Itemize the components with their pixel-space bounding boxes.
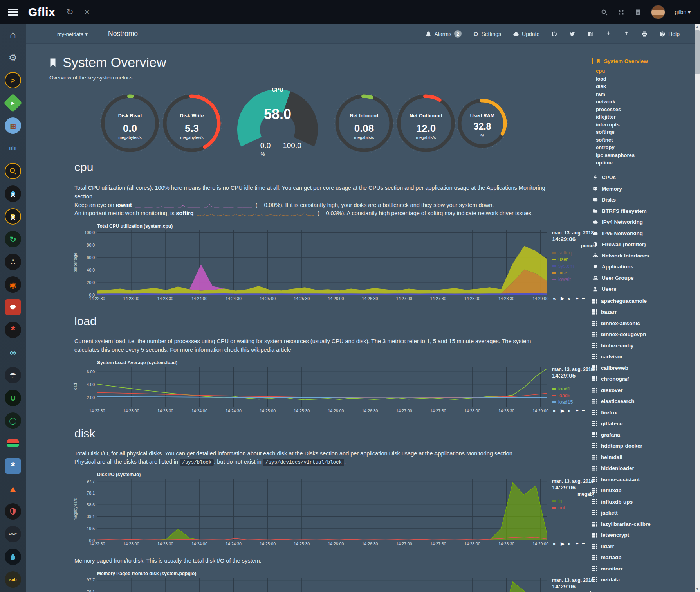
sidebar-category-user-groups[interactable]: User Groups <box>592 272 695 284</box>
chart-plot-area[interactable] <box>97 479 547 540</box>
blue-drop-tab[interactable] <box>5 549 21 565</box>
skip-back-button[interactable]: « <box>553 541 556 547</box>
sidebar-category-ipv4-networking[interactable]: IPv4 Networking <box>592 217 695 228</box>
chart-plot-area[interactable] <box>97 367 547 407</box>
sidebar-category-cpus[interactable]: CPUs <box>592 172 695 184</box>
chart-plot-area[interactable] <box>97 578 547 592</box>
red-flower-tab[interactable]: * <box>5 322 21 338</box>
print-icon[interactable] <box>641 31 648 37</box>
skip-back-button[interactable]: « <box>553 295 556 301</box>
update-button[interactable]: Update <box>513 31 539 37</box>
sidebar-app-cadvisor[interactable]: cadvisor <box>592 351 695 363</box>
legend-series-load15[interactable]: load152.06 <box>552 399 594 406</box>
sidebar-category-firewall-netfilter-[interactable]: Firewall (netfilter) <box>592 239 695 250</box>
pills-tab[interactable] <box>5 435 21 452</box>
help-button[interactable]: Help <box>659 31 680 37</box>
sidebar-item-ipc-semaphores[interactable]: ipc semaphores <box>596 151 695 159</box>
sidebar-app-elasticsearch[interactable]: elasticsearch <box>592 396 695 407</box>
sidebar-item-uptime[interactable]: uptime <box>596 159 695 167</box>
legend-series-system[interactable]: system2.3 <box>552 263 594 269</box>
nextcloud-tab[interactable]: ∞ <box>5 344 21 361</box>
disk-chart[interactable]: Disk I/O (system.io)megabytes/s97.778.15… <box>74 472 594 548</box>
play-button[interactable]: ▶ <box>561 541 565 547</box>
sabnzbd-tab[interactable]: sab <box>5 571 21 588</box>
changelog-icon[interactable] <box>634 9 642 16</box>
legend-series-out[interactable]: out-5.3 <box>552 504 594 511</box>
legend-series-load5[interactable]: load52.68 <box>552 392 594 399</box>
airsonic-tab[interactable]: ıılıı <box>5 140 21 157</box>
sidebar-category-applications[interactable]: Applications <box>592 261 695 273</box>
green-ring-tab[interactable]: ◯ <box>5 412 21 429</box>
sidebar-item-cpu[interactable]: cpu <box>596 67 695 75</box>
sidebar-category-ipv6-networking[interactable]: IPv6 Networking <box>592 228 695 239</box>
node-graph-tab[interactable]: ∴ <box>5 254 21 270</box>
sidebar-item-disk[interactable]: disk <box>596 83 695 90</box>
plex-tab[interactable]: > <box>5 72 21 88</box>
sidebar-item-ram[interactable]: ram <box>596 90 695 98</box>
sidebar-item-softnet[interactable]: softnet <box>596 136 695 144</box>
sidebar-app-letsencrypt[interactable]: letsencrypt <box>592 530 695 541</box>
cpu-chart[interactable]: Total CPU utilization (system.cpu)percen… <box>74 223 594 303</box>
zoom-out-button[interactable]: − <box>582 408 585 414</box>
sidebar-app-mariadb[interactable]: mariadb <box>592 552 695 563</box>
netdata-tab-active[interactable] <box>5 299 21 315</box>
sidebar-item-softirqs[interactable]: softirqs <box>596 128 695 136</box>
sidebar-app-monitorr[interactable]: monitorr <box>592 563 695 574</box>
sidebar-app-lidarr[interactable]: lidarr <box>592 541 695 552</box>
sidebar-app-binhex-emby[interactable]: binhex-emby <box>592 340 695 351</box>
sidebar-app-calibreweb[interactable]: calibreweb <box>592 362 695 374</box>
github-icon[interactable] <box>551 31 557 37</box>
sidebar-app-chronograf[interactable]: chronograf <box>592 374 695 385</box>
sidebar-category-btrfs-filesystem[interactable]: BTRFS filesystem <box>592 205 695 217</box>
memory-paged-chart[interactable]: Memory Paged from/to disk (system.pgpgio… <box>74 571 594 592</box>
close-tab-icon[interactable]: × <box>85 8 90 16</box>
sidebar-app-influxdb[interactable]: influxdb <box>592 485 695 497</box>
sidebar-app-hiddenloader[interactable]: hiddenloader <box>592 463 695 474</box>
grafana-tab[interactable]: ◉ <box>5 276 21 293</box>
sidebar-category-network-interfaces[interactable]: Network Interfaces <box>592 250 695 261</box>
legend-series-iowait[interactable]: iowait0.0 <box>552 276 594 283</box>
zoom-in-button[interactable]: + <box>576 295 579 301</box>
sidebar-app-heimdall[interactable]: heimdall <box>592 452 695 463</box>
settings-tab[interactable]: ⚙ <box>5 49 21 66</box>
avatar[interactable] <box>651 5 665 19</box>
sidebar-app-lazylibrarian-calibre[interactable]: lazylibrarian-calibre <box>592 518 695 530</box>
skip-back-button[interactable]: « <box>553 408 556 414</box>
legend-series-load1[interactable]: load16.51 <box>552 386 594 392</box>
green-swirl-tab[interactable]: ↻ <box>5 231 21 247</box>
pinwheel-yellow-tab[interactable]: x <box>5 208 21 225</box>
legend-series-nice[interactable]: nice20.4 <box>552 269 594 276</box>
legend-series-in[interactable]: in0.0 <box>552 498 594 504</box>
sidebar-app-jackett[interactable]: jackett <box>592 507 695 519</box>
sidebar-item-network[interactable]: network <box>596 98 695 106</box>
play-button[interactable]: ▶ <box>561 295 565 301</box>
jellyfish-tab[interactable]: ☂ <box>5 367 21 383</box>
settings-button[interactable]: ⚙ Settings <box>473 31 501 38</box>
scroll-up-arrow[interactable]: ▲ <box>695 24 700 30</box>
sidebar-app-gitlab-ce[interactable]: gitlab-ce <box>592 418 695 430</box>
load-chart[interactable]: System Load Average (system.load)load6.0… <box>74 360 594 415</box>
gitlab-tab[interactable]: ▲ <box>5 480 21 497</box>
green-u-tab[interactable]: U <box>5 390 21 406</box>
sidebar-app-binhex-airsonic[interactable]: binhex-airsonic <box>592 318 695 329</box>
legend-series-user[interactable]: user35.3 <box>552 256 594 263</box>
sidebar-app-binhex-delugevpn[interactable]: binhex-delugevpn <box>592 329 695 340</box>
server-dropdown[interactable]: my-netdata ▾ <box>57 31 88 37</box>
pinwheel-blue-tab[interactable]: x <box>5 185 21 202</box>
zoom-in-button[interactable]: + <box>576 541 579 547</box>
user-menu[interactable]: gilbn ▾ <box>675 9 691 15</box>
diskover-tab[interactable] <box>5 163 21 179</box>
lazylibrarian-tab[interactable]: LAZY <box>5 526 21 542</box>
scroll-down-arrow[interactable]: ▼ <box>695 587 700 592</box>
sidebar-item-processes[interactable]: processes <box>596 106 695 113</box>
red-shield-tab[interactable] <box>5 503 21 520</box>
refresh-icon[interactable]: ↻ <box>66 8 73 16</box>
sidebar-app-firefox[interactable]: firefox <box>592 407 695 418</box>
legend-series-softirq[interactable]: softirq0.0 <box>552 249 594 256</box>
sidebar-category-users[interactable]: Users <box>592 284 695 295</box>
sidebar-item-entropy[interactable]: entropy <box>596 144 695 151</box>
sidebar-item-interrupts[interactable]: interrupts <box>596 121 695 129</box>
skip-forward-button[interactable]: » <box>568 295 570 301</box>
skip-forward-button[interactable]: » <box>568 408 570 414</box>
export-icon[interactable] <box>623 31 630 37</box>
